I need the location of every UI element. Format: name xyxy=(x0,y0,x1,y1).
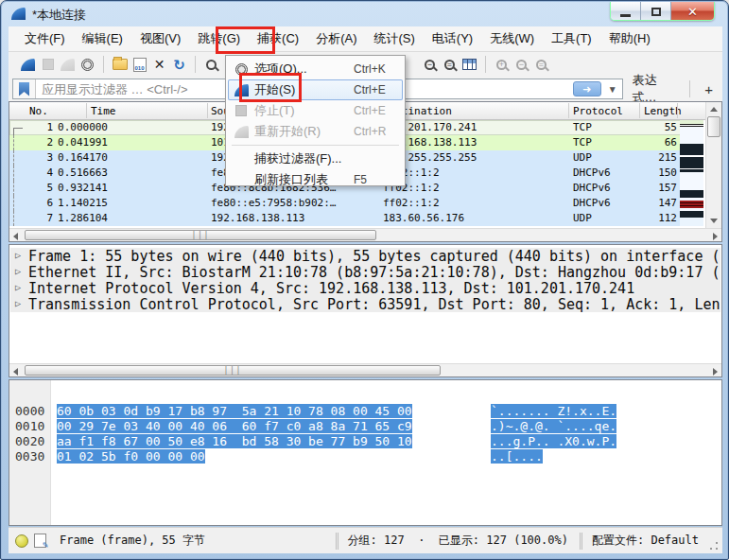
wireshark-app-icon xyxy=(11,7,26,21)
filter-bookmark-icon[interactable] xyxy=(13,79,36,98)
details-horizontal-scrollbar[interactable] xyxy=(9,363,721,376)
expand-arrow-icon[interactable]: ▷ xyxy=(15,282,21,292)
hex-row[interactable]: 003001 02 5b f0 00 00 00..[.... xyxy=(9,435,721,450)
capture-menu-capture-filters[interactable]: 捕获过滤器(F)... xyxy=(228,149,403,169)
annotation-box-capture-menu xyxy=(216,26,275,54)
profile-status[interactable]: 配置文件: Default xyxy=(582,533,708,549)
minimize-button[interactable] xyxy=(611,2,641,21)
resize-columns-icon[interactable] xyxy=(460,54,479,75)
intelligent-scrollbar-minimap[interactable] xyxy=(680,120,703,226)
packet-row-6[interactable]: 61.140215fe80::e5:7958:b902:…ff02::1:2DH… xyxy=(9,196,703,211)
wireshark-window: *本地连接 ✕ 文件(F) 编辑(E) 视图(V) 跳转(G) 捕获(C) 分析… xyxy=(0,0,729,560)
hex-dump-pane: 000060 0b 03 0d b9 17 b8 97 5a 21 10 78 … xyxy=(9,379,722,526)
normal-size-icon[interactable]: = xyxy=(440,54,460,75)
column-protocol[interactable]: Protocol xyxy=(573,105,623,117)
capture-comment-icon[interactable] xyxy=(34,534,46,548)
apply-filter-button[interactable]: ➜ xyxy=(573,81,601,96)
column-time[interactable]: Time xyxy=(91,105,116,117)
close-file-icon[interactable]: ✕ xyxy=(149,54,169,75)
menu-file[interactable]: 文件(F) xyxy=(16,26,74,51)
status-bar: Frame (frame), 55 字节 分组: 127 · 已显示: 127 … xyxy=(9,527,722,553)
annotation-box-start-item xyxy=(239,73,302,102)
horizontal-scroll-thumb[interactable] xyxy=(25,230,376,240)
add-filter-button[interactable]: + xyxy=(699,81,719,97)
find-packet-icon[interactable] xyxy=(201,54,221,75)
window-title: *本地连接 xyxy=(32,7,86,24)
stop-square-icon xyxy=(228,105,254,116)
zoom-out-disabled-icon[interactable]: − xyxy=(512,54,531,75)
start-capture-icon[interactable] xyxy=(18,54,38,75)
detail-line-ethernet[interactable]: ▷Ethernet II, Src: BiostarM_21:10:78 (b8… xyxy=(10,264,720,280)
capture-menu-stop[interactable]: 停止(T) Ctrl+E xyxy=(228,100,403,121)
open-file-icon[interactable] xyxy=(110,54,130,75)
packet-details-pane: ▷Frame 1: 55 bytes on wire (440 bits), 5… xyxy=(9,244,722,377)
vertical-scroll-thumb[interactable] xyxy=(707,116,720,137)
restart-fin-icon xyxy=(228,126,254,138)
capture-menu-restart[interactable]: 重新开始(R) Ctrl+R xyxy=(228,121,403,142)
packet-list-horizontal-scrollbar[interactable] xyxy=(9,228,721,241)
horizontal-scroll-thumb[interactable] xyxy=(25,365,441,376)
expand-arrow-icon[interactable]: ▷ xyxy=(15,298,21,308)
resize-grip[interactable] xyxy=(708,540,720,551)
detail-line-frame[interactable]: ▷Frame 1: 55 bytes on wire (440 bits), 5… xyxy=(10,248,720,264)
zoom-out-icon[interactable]: − xyxy=(420,54,440,75)
capture-menu-refresh-interfaces[interactable]: 刷新接口列表 F5 xyxy=(228,169,403,190)
hex-row[interactable]: 0020aa f1 f8 67 00 50 e8 16 bd 58 30 be … xyxy=(9,420,721,435)
expand-arrow-icon[interactable]: ▷ xyxy=(15,250,21,260)
expand-arrow-icon[interactable]: ▷ xyxy=(15,266,21,276)
save-file-icon[interactable]: 010 xyxy=(130,54,149,75)
column-length[interactable]: Length xyxy=(644,105,682,117)
title-bar: *本地连接 ✕ xyxy=(1,1,728,26)
menu-bar: 文件(F) 编辑(E) 视图(V) 跳转(G) 捕获(C) 分析(A) 统计(S… xyxy=(9,26,722,52)
menu-analyze[interactable]: 分析(A) xyxy=(307,26,365,51)
menu-view[interactable]: 视图(V) xyxy=(131,26,189,51)
expert-info-icon[interactable] xyxy=(15,534,28,548)
hex-row[interactable]: 000060 0b 03 0d b9 17 b8 97 5a 21 10 78 … xyxy=(9,390,721,405)
filter-dropdown-caret-icon[interactable]: ▼ xyxy=(603,84,622,95)
detail-line-ip[interactable]: ▷Internet Protocol Version 4, Src: 192.1… xyxy=(10,280,720,296)
maximize-button[interactable] xyxy=(641,2,671,21)
menu-telephony[interactable]: 电话(Y) xyxy=(424,26,481,51)
stop-capture-icon[interactable] xyxy=(38,54,58,75)
packet-row-7[interactable]: 71.286104192.168.138.113183.60.56.176UDP… xyxy=(9,211,703,226)
menu-wireless[interactable]: 无线(W) xyxy=(481,26,543,51)
restart-capture-icon[interactable] xyxy=(58,54,78,75)
column-no[interactable]: No. xyxy=(29,105,48,117)
normal-size-disabled-icon[interactable]: = xyxy=(531,54,551,75)
capture-options-icon[interactable] xyxy=(78,54,97,75)
menu-tools[interactable]: 工具(T) xyxy=(543,26,600,51)
close-button[interactable]: ✕ xyxy=(671,2,714,21)
packet-list-vertical-scrollbar[interactable] xyxy=(705,102,721,228)
packet-counts-status: 分组: 127 · 已显示: 127 (100.0%) xyxy=(338,533,578,549)
menu-edit[interactable]: 编辑(E) xyxy=(74,26,131,51)
reload-icon[interactable]: ↻ xyxy=(169,54,189,75)
menu-help[interactable]: 帮助(H) xyxy=(600,26,659,51)
window-controls: ✕ xyxy=(610,2,715,21)
hex-row[interactable]: 001000 29 7e 03 40 00 40 06 60 f7 c0 a8 … xyxy=(9,405,721,420)
selected-field-status: Frame (frame), 55 字节 xyxy=(60,533,205,549)
zoom-in-disabled-icon[interactable]: + xyxy=(492,54,512,75)
menu-statistics[interactable]: 统计(S) xyxy=(365,26,423,51)
detail-line-tcp[interactable]: ▷Transmission Control Protocol, Src Port… xyxy=(10,296,720,312)
